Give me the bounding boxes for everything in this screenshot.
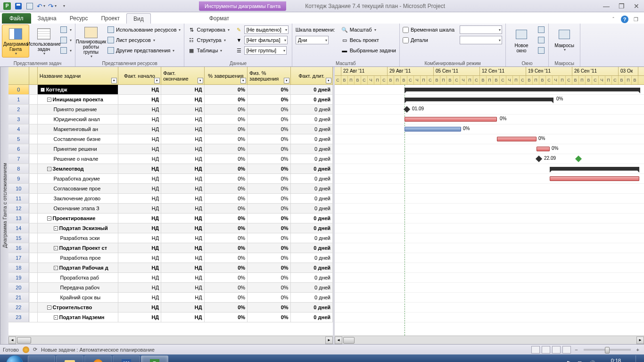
- row-id-cell[interactable]: 21: [8, 293, 29, 302]
- row-id-cell[interactable]: 14: [8, 223, 29, 233]
- act-start-cell[interactable]: НД: [118, 164, 161, 173]
- scroll-left-button[interactable]: ◄: [335, 337, 342, 344]
- gantt-row[interactable]: [335, 253, 644, 263]
- act-start-cell[interactable]: НД: [118, 303, 161, 312]
- act-duration-cell[interactable]: 0 дней: [291, 144, 333, 154]
- table-row[interactable]: 12Окончание этапа ЗНДНД0%0%0 дней: [8, 204, 333, 214]
- table-row[interactable]: 7Решение о началеНДНД0%0%0 дней: [8, 154, 333, 164]
- pct-complete-cell[interactable]: 0%: [205, 105, 248, 114]
- table-row[interactable]: 11Заключение договоНДНД0%0%0 дней: [8, 194, 333, 204]
- pct-complete-cell[interactable]: 0%: [205, 194, 248, 203]
- outline-toggle[interactable]: -: [41, 88, 45, 92]
- header-indicators[interactable]: [29, 67, 38, 84]
- tables-button[interactable]: ▦Таблицы▾: [186, 45, 231, 56]
- act-duration-cell[interactable]: 0 дней: [291, 313, 333, 322]
- table-row[interactable]: 21Крайний срок выНДНД0%0%0 дней: [8, 293, 333, 303]
- act-start-cell[interactable]: НД: [118, 184, 161, 193]
- tray-network-icon[interactable]: ⊞: [578, 360, 585, 362]
- outline-button[interactable]: ☷Структура▾: [186, 35, 231, 45]
- details-view-combo[interactable]: [458, 35, 504, 45]
- task-name-cell[interactable]: -Землеотвод: [38, 164, 118, 173]
- phys-pct-cell[interactable]: 0%: [248, 144, 290, 154]
- zoom-slider[interactable]: [584, 349, 631, 351]
- close-button[interactable]: ✕: [631, 2, 642, 10]
- table-row[interactable]: 13-ПроектированиеНДНД0%0%0 дней: [8, 214, 333, 223]
- redo-button[interactable]: ↷▾: [47, 1, 58, 11]
- act-duration-cell[interactable]: 0 дней: [291, 164, 333, 173]
- other-task-views-button[interactable]: ▾: [58, 45, 73, 56]
- task-name-cell[interactable]: Проработка раб: [38, 273, 118, 282]
- act-duration-cell[interactable]: 0 дней: [291, 283, 333, 292]
- scroll-left-button[interactable]: ◄: [8, 337, 16, 344]
- act-start-cell[interactable]: НД: [118, 144, 161, 154]
- tab-task[interactable]: Задача: [31, 13, 63, 24]
- selected-tasks-button[interactable]: ▬Выбранные задачи: [339, 45, 397, 56]
- gantt-summary-bar[interactable]: [550, 167, 639, 171]
- phys-pct-cell[interactable]: 0%: [248, 184, 290, 193]
- phys-pct-cell[interactable]: 0%: [248, 124, 290, 134]
- gantt-row[interactable]: [335, 174, 644, 184]
- act-start-cell[interactable]: НД: [118, 174, 161, 183]
- macros-button[interactable]: Макросы▾: [551, 25, 578, 58]
- act-duration-cell[interactable]: 0 дней: [291, 204, 333, 213]
- act-duration-cell[interactable]: 0 дней: [291, 174, 333, 183]
- pct-complete-cell[interactable]: 0%: [205, 303, 248, 312]
- row-id-cell[interactable]: 19: [8, 273, 29, 282]
- task-name-cell[interactable]: -Проектирование: [38, 214, 118, 223]
- table-row[interactable]: 23-Подэтап НадземнНДНД0%0%0 дней: [8, 313, 333, 322]
- view-shortcut-sheet[interactable]: [562, 346, 571, 354]
- header-act-finish[interactable]: Факт. окончание▾: [161, 67, 204, 84]
- row-id-cell[interactable]: 12: [8, 204, 29, 213]
- task-name-cell[interactable]: Составление бизне: [38, 134, 118, 144]
- act-duration-cell[interactable]: 0 дней: [291, 134, 333, 144]
- row-id-cell[interactable]: 8: [8, 164, 29, 173]
- tab-file[interactable]: Файл: [2, 13, 31, 24]
- filter-combo[interactable]: ▼[Нет фильтра]: [234, 35, 290, 45]
- gantt-row[interactable]: [335, 164, 644, 174]
- act-start-cell[interactable]: НД: [118, 115, 161, 124]
- row-id-cell[interactable]: 0: [8, 85, 29, 94]
- task-name-cell[interactable]: -Подэтап Эскизный: [38, 223, 118, 233]
- phys-pct-cell[interactable]: 0%: [248, 293, 290, 302]
- task-name-cell[interactable]: Крайний срок вы: [38, 293, 118, 302]
- act-finish-cell[interactable]: НД: [161, 253, 204, 263]
- pct-complete-cell[interactable]: 0%: [205, 124, 248, 134]
- act-start-cell[interactable]: НД: [118, 105, 161, 114]
- table-row[interactable]: 19Проработка рабНДНД0%0%0 дней: [8, 273, 333, 283]
- gantt-row[interactable]: 22.09: [335, 154, 644, 164]
- act-finish-cell[interactable]: НД: [161, 144, 204, 154]
- tray-show-hidden-icon[interactable]: ▴: [555, 360, 562, 362]
- gantt-row[interactable]: [335, 204, 644, 214]
- table-row[interactable]: 1-Инициация проектаНДНД0%0%0 дней: [8, 95, 333, 105]
- minimize-ribbon-button[interactable]: ˆ: [609, 15, 618, 24]
- act-duration-cell[interactable]: 0 дней: [291, 184, 333, 193]
- gantt-deadline-marker[interactable]: [575, 156, 582, 162]
- task-name-cell[interactable]: Заключение догово: [38, 194, 118, 203]
- task-name-cell[interactable]: -Подэтап Рабочая д: [38, 263, 118, 272]
- gantt-task-bar[interactable]: [537, 147, 550, 151]
- act-finish-cell[interactable]: НД: [161, 115, 204, 124]
- row-id-cell[interactable]: 5: [8, 134, 29, 144]
- pct-complete-cell[interactable]: 0%: [205, 263, 248, 272]
- task-name-cell[interactable]: -Подэтап Проект ст: [38, 243, 118, 253]
- scroll-right-button[interactable]: ►: [325, 337, 333, 344]
- phys-pct-cell[interactable]: 0%: [248, 85, 290, 94]
- sort-button[interactable]: ⇅Сортировка▾: [186, 25, 231, 35]
- act-finish-cell[interactable]: НД: [161, 243, 204, 253]
- act-start-cell[interactable]: НД: [118, 273, 161, 282]
- act-finish-cell[interactable]: НД: [161, 204, 204, 213]
- pct-complete-cell[interactable]: 0%: [205, 253, 248, 263]
- act-start-cell[interactable]: НД: [118, 95, 161, 104]
- pct-complete-cell[interactable]: 0%: [205, 243, 248, 253]
- gantt-row[interactable]: [335, 273, 644, 283]
- act-duration-cell[interactable]: 0 дней: [291, 95, 333, 104]
- gantt-task-bar[interactable]: [405, 117, 497, 122]
- act-duration-cell[interactable]: 0 дней: [291, 293, 333, 302]
- outline-toggle[interactable]: -: [47, 98, 51, 102]
- act-start-cell[interactable]: НД: [118, 124, 161, 134]
- act-start-cell[interactable]: НД: [118, 154, 161, 164]
- table-row[interactable]: 15Разработка эскиНДНД0%0%0 дней: [8, 233, 333, 243]
- gantt-row[interactable]: 0%: [335, 115, 644, 124]
- mdi-restore-button[interactable]: ❐: [632, 15, 640, 24]
- pct-complete-cell[interactable]: 0%: [205, 214, 248, 223]
